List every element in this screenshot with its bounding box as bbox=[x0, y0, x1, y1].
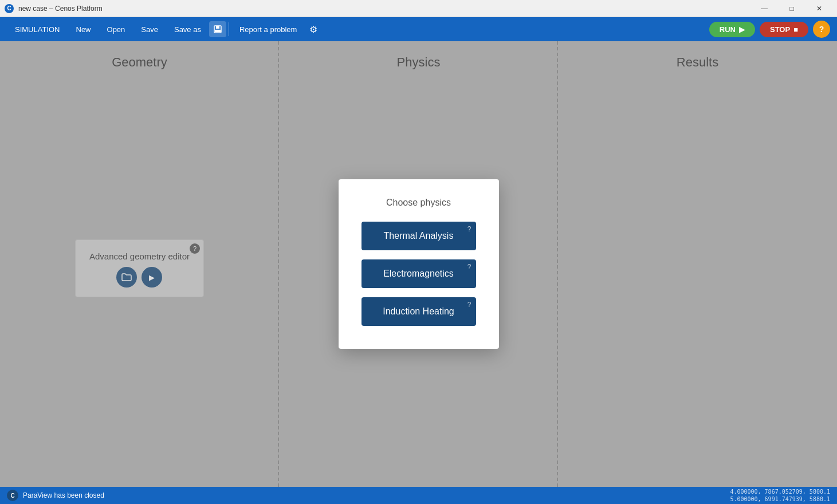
app-icon: C bbox=[5, 4, 14, 13]
choose-physics-modal: Choose physics Thermal Analysis ? Electr… bbox=[339, 179, 499, 349]
menu-divider bbox=[229, 22, 229, 36]
help-button[interactable]: ? bbox=[813, 21, 830, 38]
stop-square-icon: ■ bbox=[793, 25, 798, 34]
menu-bar: SIMULATION New Open Save Save as Report … bbox=[0, 17, 837, 41]
modal-overlay: Choose physics Thermal Analysis ? Electr… bbox=[0, 41, 837, 487]
run-play-icon: ▶ bbox=[739, 25, 745, 34]
induction-help-icon[interactable]: ? bbox=[467, 301, 471, 309]
save-icon-button[interactable] bbox=[209, 21, 226, 37]
main-content: Geometry ? Advanced geometry editor ▶ Ph… bbox=[0, 41, 837, 487]
window-title: new case – Cenos Platform bbox=[18, 5, 103, 13]
electromagnetics-label: Electromagnetics bbox=[383, 269, 454, 278]
electromagnetics-button[interactable]: Electromagnetics ? bbox=[361, 259, 476, 288]
thermal-analysis-button[interactable]: Thermal Analysis ? bbox=[361, 222, 476, 250]
settings-icon[interactable]: ⚙ bbox=[305, 22, 322, 37]
electromagnetics-help-icon[interactable]: ? bbox=[467, 263, 471, 271]
menu-bar-right: RUN ▶ STOP ■ ? bbox=[709, 21, 830, 38]
close-button[interactable]: ✕ bbox=[806, 0, 832, 17]
minimize-button[interactable]: — bbox=[751, 0, 777, 17]
menu-save[interactable]: Save bbox=[133, 17, 166, 41]
thermal-analysis-label: Thermal Analysis bbox=[384, 231, 454, 241]
log-line-2: 4.000000, 7867.052709, 5800.1 bbox=[730, 488, 830, 495]
svg-rect-1 bbox=[216, 26, 219, 29]
menu-new[interactable]: New bbox=[68, 17, 99, 41]
status-app-icon: C bbox=[7, 490, 18, 501]
induction-heating-button[interactable]: Induction Heating ? bbox=[361, 297, 476, 326]
window-controls: — □ ✕ bbox=[751, 0, 832, 17]
save-icon bbox=[213, 25, 222, 34]
status-bar: C ParaView has been closed 3.000000, 674… bbox=[0, 487, 837, 504]
svg-rect-2 bbox=[215, 30, 221, 32]
modal-title: Choose physics bbox=[386, 198, 451, 208]
title-bar: C new case – Cenos Platform — □ ✕ bbox=[0, 0, 837, 17]
title-bar-left: C new case – Cenos Platform bbox=[5, 4, 103, 13]
maximize-button[interactable]: □ bbox=[779, 0, 805, 17]
menu-open[interactable]: Open bbox=[99, 17, 133, 41]
status-message: ParaView has been closed bbox=[23, 491, 104, 499]
menu-save-as[interactable]: Save as bbox=[166, 17, 209, 41]
induction-heating-label: Induction Heating bbox=[383, 306, 454, 316]
menu-report-problem[interactable]: Report a problem bbox=[231, 17, 305, 41]
thermal-help-icon[interactable]: ? bbox=[467, 225, 471, 233]
run-button[interactable]: RUN ▶ bbox=[709, 22, 755, 37]
log-line-3: 5.000000, 6991.747939, 5880.1 bbox=[730, 495, 830, 503]
menu-simulation[interactable]: SIMULATION bbox=[7, 17, 68, 41]
stop-button[interactable]: STOP ■ bbox=[760, 22, 808, 37]
